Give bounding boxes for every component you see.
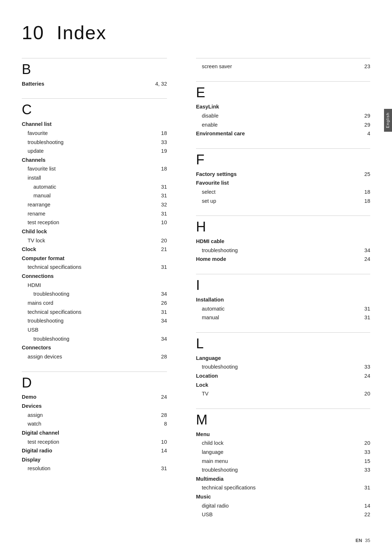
index-entry: automatic31 (22, 182, 167, 192)
entry-label: Lock (196, 381, 208, 390)
entry-label: assign (22, 411, 43, 420)
entry-page: 24 (364, 372, 370, 381)
index-entry: technical specifications31 (22, 308, 167, 317)
entry-label: Language (196, 354, 221, 363)
index-entry: language33 (196, 448, 370, 457)
entry-page: 24 (364, 255, 370, 264)
index-entry: Display (22, 455, 167, 464)
entry-page: 32 (161, 200, 167, 209)
page-footer: EN 35 (355, 538, 370, 543)
entry-label: USB (196, 510, 213, 519)
index-entry: troubleshooting34 (22, 335, 167, 344)
section-letter: H (196, 219, 370, 235)
entry-label: Channel list (22, 120, 52, 129)
index-section: LLanguagetroubleshooting33Location24Lock… (196, 332, 370, 398)
entry-label: technical specifications (22, 308, 81, 317)
index-entry: Demo24 (22, 393, 167, 402)
entry-label: Music (196, 492, 211, 501)
right-column: screen saver23EEasyLinkdisable29enable29… (181, 58, 370, 529)
index-entry: set up18 (196, 197, 370, 206)
section-letter: D (22, 376, 167, 391)
index-section: screen saver23 (196, 58, 370, 71)
index-entry: automatic31 (196, 304, 370, 313)
index-entry: Favourite list (196, 178, 370, 188)
index-entry: troubleshooting33 (196, 465, 370, 475)
entry-page: 31 (161, 191, 167, 200)
section-divider (196, 148, 370, 149)
entry-label: troubleshooting (22, 290, 69, 299)
entry-label: HDMI cable (196, 237, 224, 246)
index-section: MMenuchild lock20language33main menu15tr… (196, 409, 370, 519)
index-entry: main menu15 (196, 457, 370, 466)
two-column-layout: BBatteries4, 32CChannel listfavourite18t… (22, 58, 370, 529)
index-entry: Digital radio14 (22, 446, 167, 455)
entry-page: 8 (164, 419, 167, 428)
index-entry: HDMI (22, 281, 167, 290)
entry-label: Home mode (196, 255, 226, 264)
index-entry: enable29 (196, 120, 370, 130)
entry-label: troubleshooting (196, 465, 238, 475)
entry-label: disable (196, 111, 219, 120)
entry-label: mains cord (22, 299, 53, 308)
section-divider (196, 409, 370, 409)
entry-label: Connectors (22, 343, 51, 352)
entry-page: 23 (364, 62, 370, 71)
footer-lang: EN (355, 538, 362, 543)
section-letter: F (196, 152, 370, 168)
entry-label: technical specifications (196, 483, 256, 492)
entry-label: Batteries (22, 79, 44, 89)
entry-label: HDMI (22, 281, 41, 290)
index-entry: manual31 (22, 191, 167, 200)
section-divider (196, 274, 370, 274)
index-entry: Multimedia (196, 475, 370, 484)
index-entry: child lock20 (196, 439, 370, 448)
entry-page: 20 (364, 389, 370, 398)
index-entry: Lock (196, 381, 370, 390)
index-section: DDemo24Devicesassign28watch8Digital chan… (22, 372, 167, 473)
entry-page: 10 (161, 438, 167, 447)
index-entry: manual31 (196, 313, 370, 322)
entry-label: Multimedia (196, 475, 224, 484)
index-section: EEasyLinkdisable29enable29Environmental … (196, 81, 370, 138)
entry-label: TV lock (22, 236, 45, 245)
entry-label: automatic (196, 304, 225, 313)
index-entry: install (22, 173, 167, 182)
entry-label: Computer format (22, 254, 65, 263)
section-divider (196, 58, 370, 58)
index-entry: Music (196, 492, 370, 501)
entry-page: 29 (364, 111, 370, 120)
index-entry: rearrange32 (22, 200, 167, 209)
entry-label: USB (22, 325, 38, 335)
entry-label: technical specifications (22, 263, 81, 272)
entry-page: 31 (161, 209, 167, 218)
entry-label: digital radio (196, 501, 229, 510)
section-letter: C (22, 102, 167, 118)
section-letter: B (22, 62, 167, 77)
entry-page: 34 (161, 290, 167, 299)
entry-label: Display (22, 455, 41, 464)
index-section: HHDMI cabletroubleshooting34Home mode24 (196, 216, 370, 264)
entry-page: 20 (364, 439, 370, 448)
index-entry: Channel list (22, 120, 167, 129)
index-entry: assign devices28 (22, 352, 167, 361)
index-entry: Devices (22, 402, 167, 411)
index-entry: mains cord26 (22, 299, 167, 308)
entry-label: watch (22, 419, 41, 428)
entry-page: 31 (161, 182, 167, 192)
entry-label: child lock (196, 439, 224, 448)
index-entry: Connections (22, 272, 167, 281)
section-divider (196, 81, 370, 82)
entry-page: 29 (364, 120, 370, 130)
index-entry: test reception10 (22, 218, 167, 227)
section-divider (196, 332, 370, 333)
entry-page: 31 (364, 313, 370, 322)
entry-label: select (196, 188, 216, 197)
entry-page: 19 (161, 147, 167, 156)
entry-page: 10 (161, 218, 167, 227)
section-divider (22, 98, 167, 99)
section-divider (196, 216, 370, 216)
index-section: CChannel listfavourite18troubleshooting3… (22, 98, 167, 361)
index-section: BBatteries4, 32 (22, 58, 167, 88)
entry-page: 31 (161, 263, 167, 272)
entry-label: Environmental care (196, 129, 245, 138)
